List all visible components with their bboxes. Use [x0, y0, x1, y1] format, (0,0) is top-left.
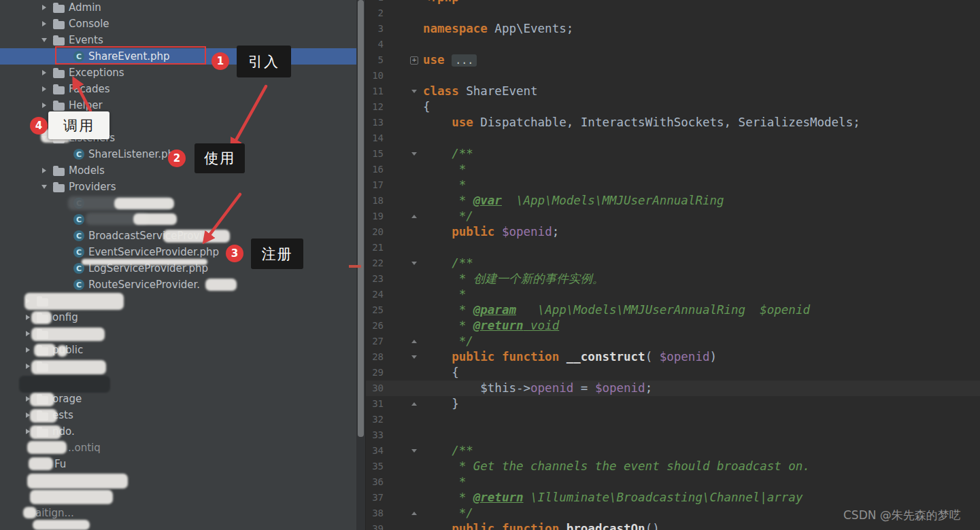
code-text: * — [423, 177, 980, 193]
code-line-22[interactable]: 22 /** — [366, 255, 980, 271]
code-line-33[interactable]: 33 — [366, 427, 980, 443]
fold-open-icon[interactable] — [408, 255, 420, 271]
tree-item-facades[interactable]: Facades — [0, 81, 365, 97]
line-number: 3 — [366, 21, 384, 37]
tree-item-label: ShareListener.php — [88, 148, 181, 160]
php-class-icon: C — [73, 214, 84, 225]
chevron-right-icon[interactable] — [35, 5, 53, 10]
fold-close-icon[interactable] — [408, 506, 420, 521]
fold-open-icon[interactable] — [408, 349, 420, 365]
code-line-28[interactable]: 28 public function __construct( $openid) — [366, 349, 980, 365]
tree-scrollbar-thumb[interactable] — [358, 0, 364, 437]
tree-item-admin[interactable]: Admin — [0, 0, 365, 16]
tree-item-console[interactable]: Console — [0, 16, 365, 32]
annotation-label-use: 使用 — [195, 143, 245, 173]
censor-blob — [114, 198, 174, 209]
code-line-2[interactable]: 2 — [366, 5, 980, 21]
code-line-10[interactable]: 10 — [366, 68, 980, 84]
line-number: 32 — [366, 412, 384, 427]
code-line-29[interactable]: 29 { — [366, 365, 980, 381]
code-text: */ — [423, 334, 980, 349]
tree-item-eventserviceprovider-php[interactable]: CEventServiceProvider.php — [0, 244, 365, 260]
fold-close-icon[interactable] — [408, 396, 420, 412]
code-line-27[interactable]: 27 */ — [366, 334, 980, 349]
line-number: 17 — [366, 177, 384, 193]
line-number: 1 — [366, 0, 384, 5]
code-line-31[interactable]: 31 } — [366, 396, 980, 412]
code-line-14[interactable]: 14 — [366, 130, 980, 146]
code-line-24[interactable]: 24 * — [366, 287, 980, 302]
code-line-11[interactable]: 11class ShareEvent — [366, 84, 980, 99]
fold-open-icon[interactable] — [408, 84, 420, 99]
line-number: 14 — [366, 130, 384, 146]
line-number: 13 — [366, 115, 384, 130]
code-text: * @return void — [423, 318, 980, 334]
code-line-21[interactable]: 21 — [366, 240, 980, 255]
tree-item-orage[interactable]: orage — [0, 391, 365, 407]
code-line-25[interactable]: 25 * @param \App\Models\MMJUserAnnualRin… — [366, 302, 980, 318]
code-line-4[interactable]: 4 — [366, 37, 980, 52]
annotation-label-call: 调用 — [48, 111, 109, 139]
tree-item-providers[interactable]: Providers — [0, 179, 365, 195]
code-editor[interactable]: 1<?php23namespace App\Events;45+use ...1… — [365, 0, 980, 530]
line-number: 23 — [366, 271, 384, 287]
code-text: namespace App\Events; — [423, 21, 980, 37]
fold-close-icon[interactable] — [408, 334, 420, 349]
code-line-16[interactable]: 16 * — [366, 162, 980, 177]
code-line-19[interactable]: 19 */ — [366, 209, 980, 224]
tree-item-exceptions[interactable]: Exceptions — [0, 65, 365, 81]
code-line-5[interactable]: 5+use ... — [366, 52, 980, 68]
code-line-17[interactable]: 17 * — [366, 177, 980, 193]
line-number: 37 — [366, 490, 384, 506]
tree-item-fu[interactable]: Fu — [0, 456, 365, 472]
code-line-26[interactable]: 26 * @return void — [366, 318, 980, 334]
code-line-36[interactable]: 36 * — [366, 474, 980, 490]
code-text: { — [423, 99, 980, 115]
chevron-right-icon[interactable] — [35, 70, 53, 75]
annotation-badge-3: 3 — [226, 245, 243, 262]
chevron-down-icon[interactable] — [35, 38, 53, 42]
line-number: 12 — [366, 99, 384, 115]
code-line-37[interactable]: 37 * @return \Illuminate\Broadcasting\Ch… — [366, 490, 980, 506]
code-line-30[interactable]: 30 $this->openid = $openid; — [366, 381, 980, 396]
line-number: 18 — [366, 193, 384, 209]
code-text: * @return \Illuminate\Broadcasting\Chann… — [423, 490, 980, 506]
code-line-1[interactable]: 1<?php — [366, 0, 980, 5]
code-text: /** — [423, 443, 980, 459]
fold-expand-icon[interactable]: + — [410, 56, 418, 65]
code-line-34[interactable]: 34 /** — [366, 443, 980, 459]
censor-blob — [31, 311, 52, 324]
line-number: 30 — [366, 381, 384, 396]
code-line-35[interactable]: 35 * Get the channels the event should b… — [366, 459, 980, 474]
line-number: 38 — [366, 506, 384, 521]
chevron-right-icon[interactable] — [35, 86, 53, 92]
line-number: 24 — [366, 287, 384, 302]
code-line-32[interactable]: 32 — [366, 412, 980, 427]
chevron-down-icon[interactable] — [35, 185, 53, 189]
code-text: /** — [423, 146, 980, 162]
tree-item-aitign[interactable]: aitign... — [0, 505, 365, 521]
tree-item[interactable]: C — [0, 211, 365, 228]
code-line-20[interactable]: 20 public $openid; — [366, 224, 980, 240]
code-line-12[interactable]: 12{ — [366, 99, 980, 115]
code-line-3[interactable]: 3namespace App\Events; — [366, 21, 980, 37]
code-line-15[interactable]: 15 /** — [366, 146, 980, 162]
censor-blob — [57, 345, 67, 357]
code-line-23[interactable]: 23 * 创建一个新的事件实例。 — [366, 271, 980, 287]
fold-open-icon[interactable] — [408, 443, 420, 459]
line-number: 31 — [366, 396, 384, 412]
code-line-18[interactable]: 18 * @var \App\Models\MMJUserAnnualRing — [366, 193, 980, 209]
chevron-right-icon[interactable] — [35, 21, 53, 26]
tree-item[interactable]: C — [0, 195, 365, 211]
censor-blob — [30, 425, 61, 439]
chevron-right-icon[interactable] — [35, 168, 53, 173]
censor-blob — [31, 360, 106, 374]
fold-close-icon[interactable] — [408, 209, 420, 224]
chevron-right-icon[interactable] — [35, 103, 53, 108]
folder-icon — [53, 5, 65, 13]
fold-open-icon[interactable] — [408, 146, 420, 162]
code-line-13[interactable]: 13 use Dispatchable, InteractsWithSocket… — [366, 115, 980, 130]
tree-item-routeserviceprovider[interactable]: CRouteServiceProvider. — [0, 277, 365, 293]
tree-item-label: onfig — [52, 311, 78, 323]
tree-item-onfig[interactable]: onfig — [0, 309, 365, 325]
